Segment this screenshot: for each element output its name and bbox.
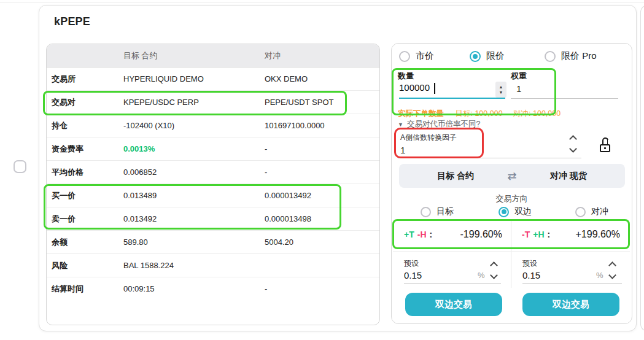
radio-icon[interactable] [399,51,410,62]
table-row-pair: 交易对 KPEPE/USDC PERP PEPE/USDT SPOT [47,91,379,114]
target-value: 0.0013% [123,137,155,160]
table-row-exchange: 交易所 HYPERLIQUID DEMO OKX DEMO [47,68,379,91]
target-value: 589.80 [123,231,148,253]
preset-left-unit: % [478,271,485,280]
spread-left-label: +T -H : [404,230,432,239]
a-factor-input[interactable] [400,145,492,155]
multiplier-toggle[interactable]: ▼ 交易对代币倍率不同? [398,119,480,129]
pair-bar-target-label: 目标 合约 [437,171,474,182]
radio-label: 限价 [486,50,505,62]
table-row-avg-price: 平均价格 0.006852 - [47,161,379,184]
column-header-hedge: 对冲 [265,44,281,68]
row-label: 平均价格 [52,161,83,184]
hedge-value: PEPE/USDT SPOT [265,91,333,114]
order-type-limit[interactable]: 限价 [470,50,505,62]
target-value: HYPERLIQUID DEMO [123,68,204,90]
weight-label: 权重 [511,71,527,82]
pair-bar-hedge-label: 对冲 现货 [550,171,587,182]
quantity-label: 数量 [398,71,414,82]
target-value: 0.013489 [123,184,157,207]
preset-right-unit: % [596,271,603,280]
hedge-value: 101697100.0000 [265,114,325,137]
swap-arrows-icon[interactable]: ⇄ [507,169,516,183]
plus-target-tag: +T [404,230,414,239]
actual-order-quantity: 实际下单数量 目标: 100,000 对冲: 100,000 [398,107,561,119]
hedge-value: 0.000013492 [265,184,311,207]
minus-hedge-tag: -H [417,230,427,239]
row-label: 买一价 [52,184,76,207]
row-label: 余额 [52,231,68,253]
table-row-balance: 余额 589.80 5004.20 [47,231,379,254]
table-row-funding-rate: 资金费率 0.0013% - [47,137,379,161]
weight-underline [511,98,618,99]
hedge-value: OKX DEMO [265,68,308,90]
stepper-down-icon[interactable]: ▼ [499,90,503,95]
row-label: 结算时间 [52,277,83,300]
table-row-bid-price: 买一价 0.013489 0.000013492 [47,184,379,207]
minus-target-tag: -T [522,230,530,239]
text-cursor [434,83,435,94]
radio-icon[interactable] [545,51,556,62]
table-header-row: 目标 合约 对冲 [47,44,379,68]
market-info-table: 目标 合约 对冲 交易所 HYPERLIQUID DEMO OKX DEMO 交… [46,44,380,325]
unlock-icon[interactable] [599,137,613,152]
order-type-market[interactable]: 市价 [399,50,434,62]
row-label: 资金费率 [52,137,83,160]
radio-label: 目标 [436,206,454,217]
pair-swap-bar[interactable]: 目标 合约 ⇄ 对冲 现货 [399,164,625,188]
table-row-ask-price: 卖一价 0.013492 0.000013498 [47,207,379,231]
preset-right-input[interactable] [522,270,559,280]
colon: : [548,230,551,239]
preset-right-underline [522,283,622,284]
radio-icon[interactable] [575,207,586,217]
target-value: -102400 (X10) [123,114,174,137]
page-title: kPEPE [54,15,90,28]
hedge-value: - [265,277,267,300]
target-value: 0.013492 [123,207,157,230]
table-row-position: 持仓 -102400 (X10) 101697100.0000 [47,114,379,137]
stepper-up-icon[interactable]: ▲ [499,84,503,90]
radio-icon[interactable] [421,207,431,217]
preset-left-label: 预设 [404,258,419,269]
row-label: 卖一价 [52,207,76,230]
actual-qty-hedge: 对冲: 100,000 [513,109,561,118]
weight-input[interactable] [516,83,615,94]
direction-label: 交易方向 [391,193,632,204]
colon: : [430,230,433,239]
quantity-input[interactable] [399,82,491,93]
actual-qty-label: 实际下单数量 [398,109,444,118]
quantity-underline [399,98,505,99]
hedge-value: 5004.20 [265,231,293,253]
spread-left-value: -199.60% [460,229,503,240]
a-factor-label: A侧倍数转换因子 [400,133,457,143]
order-type-limit-pro[interactable]: 限价 Pro [545,50,597,62]
a-factor-underline [398,158,581,158]
row-label: 风险 [52,254,68,277]
lock-keyhole [604,147,606,149]
direction-target[interactable]: 目标 [421,206,454,217]
hedge-value: - [265,161,267,184]
direction-hedge[interactable]: 对冲 [575,206,608,217]
target-value: KPEPE/USDC PERP [123,91,199,114]
card-select-checkbox[interactable] [14,160,26,173]
row-label: 交易对 [52,91,76,114]
direction-both[interactable]: 双边 [499,206,532,217]
plus-hedge-tag: +H [533,230,544,239]
row-label: 交易所 [52,68,76,90]
radio-label: 限价 Pro [561,50,597,62]
next-card-edge [640,5,644,331]
table-row-risk: 风险 BAL 1588.224 [47,254,379,277]
preset-left-input[interactable] [404,270,441,280]
actual-qty-target: 目标: 100,000 [455,109,502,118]
hedge-value: - [265,137,267,160]
both-side-trade-button-right[interactable]: 双边交易 [522,293,619,316]
preset-left-underline [404,283,501,284]
spread-right-label: -T +H : [522,230,550,239]
radio-selected-icon[interactable] [470,51,481,62]
triangle-down-icon: ▼ [398,122,403,128]
radio-selected-icon[interactable] [499,207,509,217]
quantity-stepper[interactable]: ▲ ▼ [495,82,506,98]
both-side-trade-button-left[interactable]: 双边交易 [405,293,502,316]
panel-horizontal-divider [393,251,630,252]
panel-vertical-divider [511,220,511,288]
